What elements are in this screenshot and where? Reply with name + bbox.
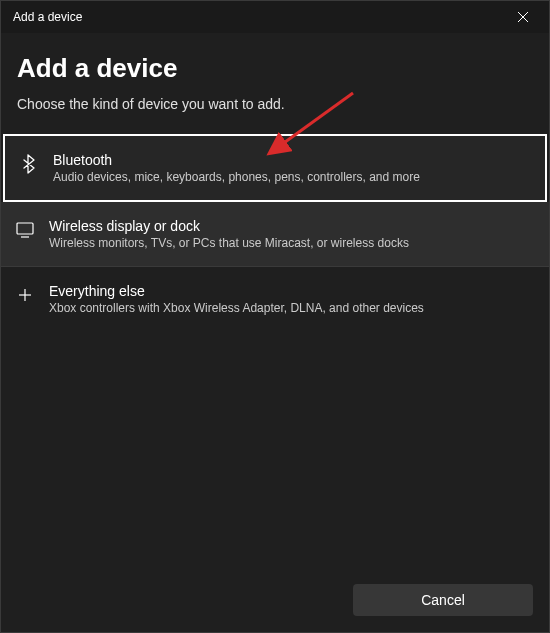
option-description: Audio devices, mice, keyboards, phones, … xyxy=(53,170,420,184)
option-title: Wireless display or dock xyxy=(49,218,409,234)
dialog-content: Add a device Choose the kind of device y… xyxy=(1,33,549,331)
page-title: Add a device xyxy=(17,53,533,84)
monitor-icon xyxy=(15,220,35,240)
plus-icon xyxy=(15,285,35,305)
close-icon xyxy=(518,12,528,22)
option-text: Everything else Xbox controllers with Xb… xyxy=(49,283,424,315)
option-title: Bluetooth xyxy=(53,152,420,168)
option-wireless-display[interactable]: Wireless display or dock Wireless monito… xyxy=(1,202,549,266)
window-title: Add a device xyxy=(13,10,82,24)
option-description: Xbox controllers with Xbox Wireless Adap… xyxy=(49,301,424,315)
option-everything-else[interactable]: Everything else Xbox controllers with Xb… xyxy=(1,267,549,331)
bluetooth-icon xyxy=(19,154,39,174)
option-text: Wireless display or dock Wireless monito… xyxy=(49,218,409,250)
dialog-footer: Cancel xyxy=(1,568,549,632)
option-text: Bluetooth Audio devices, mice, keyboards… xyxy=(53,152,420,184)
option-title: Everything else xyxy=(49,283,424,299)
title-bar: Add a device xyxy=(1,1,549,33)
page-subtitle: Choose the kind of device you want to ad… xyxy=(17,96,533,112)
option-description: Wireless monitors, TVs, or PCs that use … xyxy=(49,236,409,250)
svg-rect-2 xyxy=(17,223,33,234)
close-button[interactable] xyxy=(509,3,537,31)
cancel-button[interactable]: Cancel xyxy=(353,584,533,616)
option-bluetooth[interactable]: Bluetooth Audio devices, mice, keyboards… xyxy=(3,134,547,202)
